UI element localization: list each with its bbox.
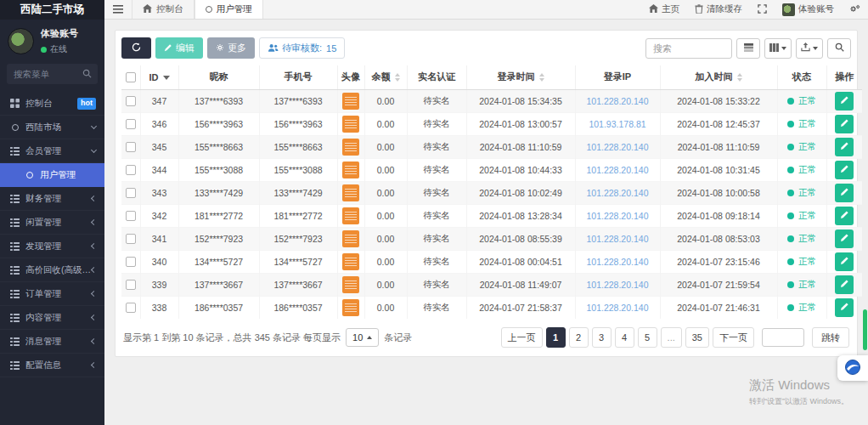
row-checkbox[interactable] — [126, 234, 136, 244]
row-checkbox[interactable] — [126, 119, 136, 129]
row-checkbox[interactable] — [126, 188, 136, 198]
edit-row-button[interactable] — [835, 115, 854, 133]
select-all-checkbox[interactable] — [126, 72, 136, 82]
action-cell — [826, 181, 862, 204]
edit-row-button[interactable] — [835, 230, 854, 248]
user-avatar-thumbnail[interactable] — [342, 162, 359, 178]
user-avatar-thumbnail[interactable] — [342, 230, 359, 247]
id-cell: 341 — [140, 227, 178, 250]
user-avatar-thumbnail[interactable] — [342, 139, 359, 156]
edit-row-button[interactable] — [835, 275, 854, 294]
id-cell: 346 — [140, 112, 178, 135]
sidebar-item-discover-management[interactable]: 发现管理 — [0, 235, 104, 258]
page-button[interactable]: 5 — [638, 327, 657, 348]
sidebar-item-message-management[interactable]: 消息管理 — [0, 330, 104, 354]
sidebar-item-market[interactable]: 西陆市场 — [0, 116, 104, 139]
status-dot-icon — [787, 190, 794, 196]
scrollbar-thumb[interactable] — [863, 309, 867, 350]
page-button[interactable]: 上一页 — [501, 327, 543, 348]
login-ip-link[interactable]: 101.228.20.140 — [587, 257, 649, 267]
page-button[interactable]: 2 — [569, 327, 589, 348]
edit-row-button[interactable] — [835, 207, 854, 225]
refresh-button[interactable] — [121, 37, 151, 59]
edit-row-button[interactable] — [835, 252, 854, 271]
page-button[interactable]: 3 — [592, 327, 612, 348]
row-checkbox[interactable] — [126, 211, 136, 221]
user-avatar-thumbnail[interactable] — [342, 93, 359, 110]
tab-user-management[interactable]: 用户管理 — [194, 0, 263, 19]
sidebar-item-config-info[interactable]: 配置信息 — [0, 354, 104, 377]
pending-review-button[interactable]: 待审核数: 15 — [259, 37, 345, 59]
avatar-cell — [337, 296, 364, 319]
login-ip-link[interactable]: 101.228.20.140 — [587, 211, 649, 221]
status-badge: 正常 — [787, 279, 816, 289]
sidebar-item-user-management[interactable]: 用户管理 — [0, 163, 104, 187]
user-avatar-thumbnail[interactable] — [342, 253, 359, 270]
login-ip-link[interactable]: 101.228.20.140 — [587, 165, 649, 175]
home-link[interactable]: 主页 — [641, 0, 687, 19]
search-submit-button[interactable] — [827, 38, 851, 59]
export-button[interactable] — [796, 38, 823, 59]
page-button-active[interactable]: 1 — [546, 327, 566, 348]
columns-button[interactable] — [764, 38, 792, 59]
more-button[interactable]: 更多 — [207, 37, 255, 59]
settings-button[interactable] — [842, 0, 868, 19]
user-avatar-thumbnail[interactable] — [342, 184, 359, 201]
page-button[interactable]: 下一页 — [713, 327, 754, 348]
column-header-join_time[interactable]: 加入时间 — [660, 65, 777, 89]
user-avatar-thumbnail[interactable] — [342, 276, 359, 293]
table-search-input[interactable] — [645, 38, 732, 59]
login-ip-link[interactable]: 101.228.20.140 — [587, 188, 649, 198]
login-ip-link[interactable]: 101.228.20.140 — [587, 303, 649, 313]
sidebar-user-box[interactable]: 体验账号 在线 — [0, 20, 104, 61]
jump-page-input[interactable] — [762, 328, 804, 347]
toggle-view-button[interactable] — [736, 38, 760, 59]
sidebar-item-member-management[interactable]: 会员管理 — [0, 139, 104, 163]
hamburger-icon[interactable] — [104, 0, 132, 19]
edit-row-button[interactable] — [835, 92, 854, 110]
sidebar-item-idle-management[interactable]: 闲置管理 — [0, 211, 104, 235]
jump-button[interactable]: 跳转 — [812, 327, 849, 348]
tab-console[interactable]: 控制台 — [132, 0, 194, 19]
sidebar: 西陆二手市场 体验账号 在线 控制台hot西陆市场会员管理用户管理财务管理闲置管… — [0, 0, 104, 425]
main-area: 控制台 用户管理 主页 清除缓存 — [104, 0, 868, 425]
sidebar-item-console[interactable]: 控制台hot — [0, 92, 104, 116]
login-ip-link[interactable]: 101.228.20.140 — [587, 96, 649, 106]
sidebar-item-content-management[interactable]: 内容管理 — [0, 306, 104, 330]
row-checkbox[interactable] — [126, 142, 136, 152]
balance-cell: 0.00 — [364, 89, 407, 112]
clear-cache-button[interactable]: 清除缓存 — [687, 0, 750, 19]
edit-row-button[interactable] — [835, 138, 854, 156]
account-menu[interactable]: 体验账号 — [775, 0, 842, 19]
user-avatar-thumbnail[interactable] — [342, 207, 359, 224]
row-checkbox[interactable] — [126, 165, 136, 175]
status-badge: 正常 — [787, 164, 816, 174]
edit-row-button[interactable] — [835, 184, 854, 202]
login-ip-link[interactable]: 101.228.20.140 — [587, 142, 649, 152]
sidebar-item-order-management[interactable]: 订单管理 — [0, 282, 104, 306]
browser-float-button[interactable] — [837, 355, 868, 381]
row-checkbox[interactable] — [126, 280, 136, 290]
login-ip-link[interactable]: 101.228.20.140 — [587, 234, 649, 244]
column-header-avatar: 头像 — [337, 65, 364, 89]
fullscreen-button[interactable] — [750, 0, 775, 19]
user-avatar-thumbnail[interactable] — [342, 299, 359, 316]
column-header-login_time[interactable]: 登录时间 — [466, 65, 575, 89]
login-ip-link[interactable]: 101.93.178.81 — [589, 119, 645, 129]
sidebar-item-recycle-premium[interactable]: 高价回收(高级版) — [0, 258, 104, 282]
row-checkbox[interactable] — [126, 257, 136, 267]
edit-row-button[interactable] — [835, 298, 854, 317]
row-select-cell — [121, 273, 140, 296]
user-avatar-thumbnail[interactable] — [342, 116, 359, 133]
page-button[interactable]: 35 — [685, 327, 709, 348]
sidebar-item-finance-management[interactable]: 财务管理 — [0, 187, 104, 211]
login-ip-link[interactable]: 101.228.20.140 — [587, 280, 649, 290]
edit-button[interactable]: 编辑 — [155, 37, 203, 59]
row-checkbox[interactable] — [126, 303, 136, 313]
column-header-balance[interactable]: 余额 — [364, 65, 407, 89]
row-checkbox[interactable] — [126, 96, 136, 106]
page-button[interactable]: 4 — [615, 327, 634, 348]
page-size-select[interactable]: 10 — [346, 328, 379, 347]
edit-row-button[interactable] — [835, 161, 854, 179]
column-header-id[interactable]: ID — [140, 65, 178, 89]
